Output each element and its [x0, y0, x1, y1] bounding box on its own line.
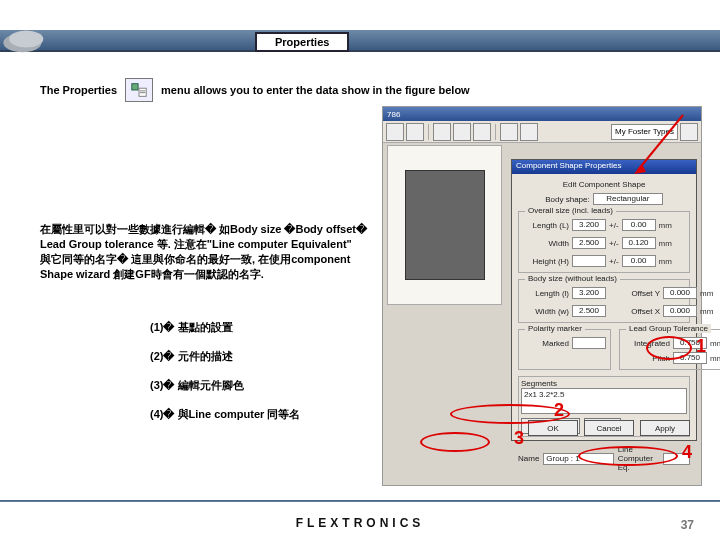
chip-graphic — [405, 170, 485, 280]
header-decoration — [0, 20, 60, 58]
pm: +/- — [609, 221, 619, 230]
poplist-dropdown[interactable]: My Foster Types — [611, 124, 678, 140]
lead-int-input[interactable]: 0.750 — [673, 337, 707, 349]
footer: FLEXTRONICS — [0, 506, 720, 540]
length-input[interactable]: 3.200 — [572, 219, 606, 231]
unit: mm — [659, 239, 672, 248]
lead-int-label: Integrated — [624, 339, 670, 348]
header-band — [0, 30, 720, 52]
unit: mm — [710, 354, 720, 363]
apply-button[interactable]: Apply — [640, 420, 690, 436]
svg-rect-2 — [132, 84, 138, 90]
width-input[interactable]: 2.500 — [572, 237, 606, 249]
unit: mm — [659, 221, 672, 230]
list-item: (3)� 編輯元件腳色 — [150, 378, 300, 393]
list-item: (2)� 元件的描述 — [150, 349, 300, 364]
chinese-description: 在屬性里可以對一些數據進行編輯� 如Body size �Body offset… — [40, 222, 410, 281]
toolbar-button[interactable] — [406, 123, 424, 141]
polarity-select[interactable] — [572, 337, 606, 349]
offx-input[interactable]: 0.000 — [663, 305, 697, 317]
page-number: 37 — [681, 518, 694, 532]
name-label: Name — [518, 454, 539, 463]
toolbar-button[interactable] — [680, 123, 698, 141]
length-label: Length (L) — [523, 221, 569, 230]
group-label: Overall size (incl. leads) — [525, 206, 616, 215]
unit: mm — [700, 307, 713, 316]
lead-pitch-input[interactable]: 0.750 — [673, 352, 707, 364]
pm: +/- — [609, 257, 619, 266]
width-tol-input[interactable]: 0.120 — [622, 237, 656, 249]
polarity-group: Polarity marker Marked — [518, 329, 611, 370]
intro-suffix: menu allows you to enter the data show i… — [161, 84, 470, 96]
intro-line: The Properties menu allows you to enter … — [40, 78, 690, 102]
toolbar-button[interactable] — [473, 123, 491, 141]
width-label: Width — [523, 239, 569, 248]
component-preview — [387, 145, 502, 305]
unit: mm — [700, 289, 713, 298]
body-shape-select[interactable]: Rectangular — [593, 193, 663, 205]
window-titlebar: 786 — [383, 107, 701, 121]
brand-logo: FLEXTRONICS — [296, 516, 425, 530]
toolbar-separator — [495, 124, 496, 140]
blength-label: Length (l) — [523, 289, 569, 298]
numbered-list: (1)� 基點的設置 (2)� 元件的描述 (3)� 編輯元件腳色 (4)� 與… — [150, 320, 300, 436]
ok-button[interactable]: OK — [528, 420, 578, 436]
offx-label: Offset X — [614, 307, 660, 316]
height-label: Height (H) — [523, 257, 569, 266]
segments-list[interactable]: 2x1 3.2*2.5 — [521, 388, 687, 414]
svg-point-1 — [9, 30, 43, 47]
list-item: (4)� 與Line computer 同等名 — [150, 407, 300, 422]
height-tol-input[interactable]: 0.00 — [622, 255, 656, 267]
group-label: Body size (without leads) — [525, 274, 620, 283]
bwidth-label: Width (w) — [523, 307, 569, 316]
toolbar-separator — [428, 124, 429, 140]
toolbar-button[interactable] — [386, 123, 404, 141]
properties-tab: Properties — [255, 32, 349, 52]
toolbar-button[interactable] — [500, 123, 518, 141]
length-tol-input[interactable]: 0.00 — [622, 219, 656, 231]
overall-size-group: Overall size (incl. leads) Length (L)3.2… — [518, 211, 690, 273]
unit: mm — [659, 257, 672, 266]
name-input[interactable]: Group : 1 — [543, 453, 613, 465]
body-shape-label: Body shape: — [545, 195, 589, 204]
offy-label: Offset Y — [614, 289, 660, 298]
list-item: (1)� 基點的設置 — [150, 320, 300, 335]
offy-input[interactable]: 0.000 — [663, 287, 697, 299]
unit: mm — [710, 339, 720, 348]
polarity-label: Marked — [523, 339, 569, 348]
lce-input[interactable] — [663, 453, 690, 465]
cancel-button[interactable]: Cancel — [584, 420, 634, 436]
blength-input[interactable]: 3.200 — [572, 287, 606, 299]
toolbar-button[interactable] — [520, 123, 538, 141]
height-input[interactable] — [572, 255, 606, 267]
intro-prefix: The Properties — [40, 84, 117, 96]
lce-label: Line Computer Eq. — [618, 445, 660, 472]
toolbar: My Foster Types — [383, 121, 701, 143]
properties-dialog: Component Shape Properties Edit Componen… — [511, 159, 697, 441]
app-screenshot: 786 My Foster Types Component Shape Prop… — [382, 106, 702, 486]
lead-pitch-label: Pitch — [624, 354, 670, 363]
lead-tolerance-group: Lead Group Tolerance Integrated0.750mm P… — [619, 329, 720, 370]
edit-heading: Edit Component Shape — [518, 180, 690, 189]
body-size-group: Body size (without leads) Length (l)3.20… — [518, 279, 690, 323]
segments-label: Segments — [521, 379, 687, 388]
properties-icon — [125, 78, 153, 102]
bwidth-input[interactable]: 2.500 — [572, 305, 606, 317]
pm: +/- — [609, 239, 619, 248]
footer-divider — [0, 500, 720, 502]
dialog-title: Component Shape Properties — [512, 160, 696, 174]
toolbar-button[interactable] — [453, 123, 471, 141]
group-label: Lead Group Tolerance — [626, 324, 711, 333]
toolbar-button[interactable] — [433, 123, 451, 141]
group-label: Polarity marker — [525, 324, 585, 333]
